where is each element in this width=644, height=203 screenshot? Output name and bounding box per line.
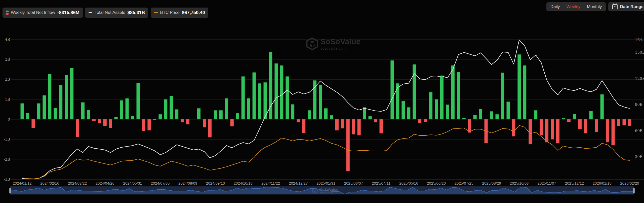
inflow-bar[interactable] <box>628 119 631 126</box>
inflow-bar[interactable] <box>490 111 493 119</box>
inflow-bar[interactable] <box>457 72 460 119</box>
inflow-bar[interactable] <box>21 104 24 119</box>
inflow-bar[interactable] <box>291 105 294 120</box>
navigator[interactable] <box>9 187 635 194</box>
inflow-bar[interactable] <box>92 119 96 121</box>
inflow-bar[interactable] <box>258 83 261 119</box>
inflow-bar[interactable] <box>584 119 587 133</box>
inflow-bar[interactable] <box>37 104 40 119</box>
inflow-bar[interactable] <box>26 113 29 119</box>
inflow-bar[interactable] <box>269 52 272 119</box>
inflow-bar[interactable] <box>346 119 350 171</box>
tab-monthly[interactable]: Monthly <box>587 4 602 9</box>
inflow-bar[interactable] <box>623 119 626 125</box>
inflow-bar[interactable] <box>479 109 482 119</box>
inflow-bar[interactable] <box>462 118 466 119</box>
inflow-bar[interactable] <box>451 65 455 119</box>
inflow-bar[interactable] <box>556 119 559 143</box>
inflow-bar[interactable] <box>48 74 51 119</box>
inflow-bar[interactable] <box>435 99 438 119</box>
inflow-bar[interactable] <box>170 96 173 119</box>
inflow-bar[interactable] <box>87 110 90 119</box>
inflow-bar[interactable] <box>208 119 212 137</box>
inflow-bar[interactable] <box>407 107 410 119</box>
inflow-bar[interactable] <box>390 60 394 119</box>
inflow-bar[interactable] <box>142 119 145 131</box>
inflow-bar[interactable] <box>545 119 548 142</box>
inflow-bar[interactable] <box>330 115 333 119</box>
inflow-bar[interactable] <box>43 95 46 119</box>
inflow-bar[interactable] <box>324 108 328 119</box>
inflow-bar[interactable] <box>253 73 256 119</box>
inflow-bar[interactable] <box>247 98 250 119</box>
date-range-button[interactable]: 12 Date Range <box>608 2 644 11</box>
inflow-bar[interactable] <box>81 103 85 119</box>
inflow-bar[interactable] <box>424 119 427 122</box>
inflow-bar[interactable] <box>286 77 289 120</box>
inflow-bar[interactable] <box>562 118 565 119</box>
inflow-bar[interactable] <box>473 115 477 119</box>
inflow-bar[interactable] <box>440 76 444 119</box>
inflow-bar[interactable] <box>219 110 223 119</box>
inflow-bar[interactable] <box>192 119 195 119</box>
inflow-bar[interactable] <box>126 98 129 119</box>
inflow-bar[interactable] <box>65 75 68 119</box>
inflow-bar[interactable] <box>363 107 366 119</box>
inflow-bar[interactable] <box>137 83 140 119</box>
inflow-bar[interactable] <box>540 119 543 135</box>
inflow-bar[interactable] <box>54 108 57 119</box>
inflow-bar[interactable] <box>357 119 361 135</box>
inflow-bar[interactable] <box>418 119 421 123</box>
inflow-bar[interactable] <box>595 119 598 132</box>
inflow-bar[interactable] <box>225 98 228 119</box>
inflow-bar[interactable] <box>297 119 300 122</box>
inflow-bar[interactable] <box>567 119 571 122</box>
inflow-bar[interactable] <box>413 64 416 119</box>
inflow-bar[interactable] <box>501 73 504 119</box>
inflow-bar[interactable] <box>335 119 339 130</box>
navigator-handle-left[interactable] <box>9 188 11 193</box>
inflow-bar[interactable] <box>175 109 178 119</box>
inflow-bar[interactable] <box>617 119 620 126</box>
inflow-bar[interactable] <box>236 113 239 119</box>
inflow-bar[interactable] <box>230 119 234 126</box>
inflow-bar[interactable] <box>612 119 615 145</box>
inflow-bar[interactable] <box>308 110 311 119</box>
inflow-bar[interactable] <box>534 110 537 119</box>
inflow-bar[interactable] <box>114 117 118 120</box>
inflow-bar[interactable] <box>120 100 123 119</box>
inflow-bar[interactable] <box>401 101 405 119</box>
inflow-bar[interactable] <box>131 116 134 120</box>
inflow-bar[interactable] <box>214 110 217 119</box>
inflow-bar[interactable] <box>380 119 383 133</box>
inflow-bar[interactable] <box>517 54 521 119</box>
inflow-bar[interactable] <box>573 114 576 119</box>
inflow-bar[interactable] <box>523 65 526 119</box>
inflow-bar[interactable] <box>181 119 184 122</box>
inflow-bar[interactable] <box>606 119 609 142</box>
navigator-handle-right[interactable] <box>633 188 635 193</box>
inflow-bar[interactable] <box>589 111 593 119</box>
inflow-bar[interactable] <box>274 63 278 119</box>
inflow-bar[interactable] <box>59 85 62 119</box>
tab-daily[interactable]: Daily <box>550 4 560 9</box>
inflow-bar[interactable] <box>319 85 322 119</box>
inflow-bar[interactable] <box>396 83 399 119</box>
legend-weekly-net-inflow[interactable]: Weekly Total Net Inflow -$315.86M <box>3 8 83 18</box>
inflow-bar[interactable] <box>374 119 377 122</box>
inflow-bar[interactable] <box>70 68 73 119</box>
inflow-bar[interactable] <box>600 94 604 119</box>
inflow-bar[interactable] <box>103 119 107 126</box>
inflow-bar[interactable] <box>496 114 499 119</box>
inflow-bar[interactable] <box>341 119 344 128</box>
inflow-bar[interactable] <box>98 119 101 123</box>
inflow-bar[interactable] <box>446 105 449 119</box>
tab-weekly[interactable]: Weekly <box>567 4 580 9</box>
inflow-bar[interactable] <box>369 116 372 119</box>
inflow-bar[interactable] <box>578 119 582 129</box>
inflow-bar[interactable] <box>551 119 554 139</box>
inflow-bar[interactable] <box>507 102 510 119</box>
inflow-bar[interactable] <box>109 119 112 128</box>
inflow-bar[interactable] <box>158 114 162 119</box>
btc-price-line[interactable] <box>22 125 630 179</box>
